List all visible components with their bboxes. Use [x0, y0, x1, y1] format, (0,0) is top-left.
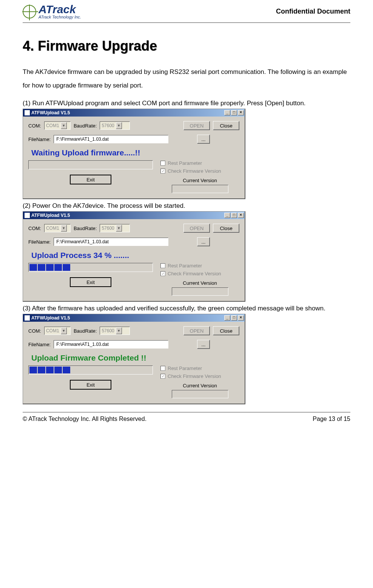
close-icon[interactable]: × [238, 110, 244, 115]
check-fw-checkbox[interactable]: ✓ Check Firmware Version [160, 271, 239, 276]
step2-text: (2) Power On the AK7device. The process … [23, 202, 350, 210]
company-name: ATrack [39, 4, 81, 15]
current-version-label: Current Version [160, 383, 239, 388]
rest-param-checkbox[interactable]: Rest Parameter [160, 365, 239, 371]
current-version-box [172, 390, 228, 398]
chevron-down-icon: ▼ [61, 122, 67, 129]
company-sub: ATrack Technology Inc. [39, 15, 81, 19]
rest-param-checkbox[interactable]: Rest Parameter [160, 263, 239, 269]
exit-button[interactable]: Exit [70, 175, 111, 184]
current-version-box [172, 287, 228, 296]
progress-bar [28, 263, 153, 272]
app-icon [25, 110, 30, 115]
status-message: Upload Firmware Completed !! [31, 353, 239, 362]
baud-label: BaudRate: [74, 123, 97, 129]
exit-button[interactable]: Exit [70, 277, 111, 287]
window-title: ATFWUpload V1.5 [31, 213, 70, 218]
close-button[interactable]: Close [213, 121, 239, 130]
page-footer: © ATrack Technology Inc. All Rights Rese… [23, 412, 350, 422]
dialog-1: ATFWUpload V1.5 _ □ × COM: COM1 ▼ BaudRa… [23, 109, 245, 199]
intro-text: The AK7device firmware can be upgraded b… [23, 65, 350, 92]
checkbox-icon: ✓ [160, 169, 165, 173]
step1-text: (1) Run ATFWUpload program and select CO… [23, 100, 350, 107]
close-button[interactable]: Close [213, 326, 239, 335]
checkbox-icon [160, 263, 165, 268]
company-logo: ATrack ATrack Technology Inc. [23, 4, 81, 19]
chevron-down-icon: ▼ [116, 225, 122, 232]
checkbox-icon [160, 161, 165, 166]
window-title: ATFWUpload V1.5 [31, 110, 70, 115]
browse-button[interactable]: ... [197, 237, 210, 246]
browse-button[interactable]: ... [197, 135, 210, 144]
file-label: FileName: [28, 137, 51, 142]
rest-param-checkbox[interactable]: Rest Parameter [160, 160, 239, 166]
com-label: COM: [28, 226, 41, 231]
check-fw-checkbox[interactable]: ✓ Check Firmware Version [160, 373, 239, 379]
window-title: ATFWUpload V1.5 [31, 315, 70, 321]
app-icon [25, 213, 30, 218]
section-title: 4. Firmware Upgrade [23, 38, 350, 54]
com-select[interactable]: COM1 ▼ [44, 327, 71, 335]
checkbox-icon: ✓ [160, 374, 165, 379]
checkbox-icon: ✓ [160, 271, 165, 276]
open-button[interactable]: OPEN [183, 224, 210, 233]
chevron-down-icon: ▼ [116, 327, 122, 334]
close-button[interactable]: Close [213, 224, 239, 233]
chevron-down-icon: ▼ [61, 327, 67, 334]
check-fw-checkbox[interactable]: ✓ Check Firmware Version [160, 168, 239, 174]
com-select[interactable]: COM1 ▼ [44, 224, 71, 232]
minimize-icon[interactable]: _ [224, 213, 230, 218]
file-input[interactable]: F:\Firmware\AT1_1.03.dat [54, 340, 168, 349]
dialog-3: ATFWUpload V1.5 _ □ × COM: COM1 ▼ BaudRa… [23, 314, 245, 404]
com-select[interactable]: COM1 ▼ [44, 121, 71, 130]
browse-button[interactable]: ... [197, 340, 210, 349]
maximize-icon[interactable]: □ [231, 315, 237, 321]
file-input[interactable]: F:\Firmware\AT1_1.03.dat [54, 238, 168, 246]
status-message: Upload Process 34 % ....... [31, 251, 239, 260]
current-version-box [172, 185, 228, 193]
maximize-icon[interactable]: □ [231, 213, 237, 218]
current-version-label: Current Version [160, 178, 239, 183]
baud-label: BaudRate: [74, 328, 97, 334]
baud-select[interactable]: 57600 ▼ [100, 327, 130, 335]
minimize-icon[interactable]: _ [224, 315, 230, 321]
page-number: Page 13 of 15 [313, 416, 350, 422]
progress-bar [28, 365, 153, 375]
open-button[interactable]: OPEN [183, 326, 210, 335]
logo-target-icon [23, 5, 36, 18]
file-input[interactable]: F:\Firmware\AT1_1.03.dat [54, 135, 168, 143]
progress-bar [28, 160, 153, 169]
dialog-2: ATFWUpload V1.5 _ □ × COM: COM1 ▼ BaudRa… [23, 211, 245, 302]
file-label: FileName: [28, 342, 51, 347]
page-header: ATrack ATrack Technology Inc. Confidenti… [23, 4, 350, 23]
checkbox-icon [160, 366, 165, 371]
baud-label: BaudRate: [74, 226, 97, 231]
baud-select[interactable]: 57600 ▼ [100, 224, 130, 232]
minimize-icon[interactable]: _ [224, 110, 230, 115]
file-label: FileName: [28, 239, 51, 245]
titlebar: ATFWUpload V1.5 _ □ × [23, 212, 245, 219]
com-label: COM: [28, 328, 41, 334]
chevron-down-icon: ▼ [61, 225, 67, 232]
exit-button[interactable]: Exit [70, 380, 111, 390]
chevron-down-icon: ▼ [116, 122, 122, 129]
baud-select[interactable]: 57600 ▼ [100, 121, 130, 130]
titlebar: ATFWUpload V1.5 _ □ × [23, 109, 245, 117]
open-button[interactable]: OPEN [183, 121, 210, 130]
titlebar: ATFWUpload V1.5 _ □ × [23, 314, 245, 322]
status-message: Waiting Upload firmware.....!! [31, 148, 239, 157]
current-version-label: Current Version [160, 280, 239, 286]
com-label: COM: [28, 123, 41, 129]
close-icon[interactable]: × [238, 213, 244, 218]
copyright: © ATrack Technology Inc. All Rights Rese… [23, 416, 146, 422]
close-icon[interactable]: × [238, 315, 244, 321]
confidential-label: Confidential Document [276, 8, 350, 15]
maximize-icon[interactable]: □ [231, 110, 237, 115]
app-icon [25, 315, 30, 321]
step3-text: (3) After the firmware has uploaded and … [23, 305, 350, 312]
